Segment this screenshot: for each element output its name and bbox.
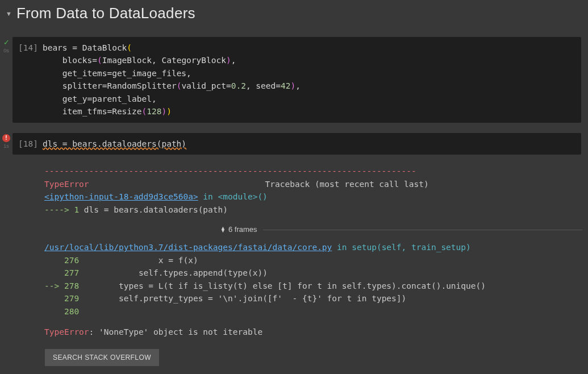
error-icon: !	[2, 134, 10, 142]
success-icon: ✓	[3, 38, 10, 47]
frames-count: 6 frames	[228, 224, 257, 235]
section-title: From Data to DataLoaders	[16, 5, 195, 22]
chevron-updown-icon: ▲▼	[220, 227, 226, 232]
cell-gutter: ✓ 0s	[0, 37, 12, 53]
expand-frames-button[interactable]: ▲▼ 6 frames	[220, 224, 257, 235]
code-input[interactable]: [18] dls = bears.dataloaders(path)	[12, 133, 581, 155]
code-cell-14: ✓ 0s [14] bears = DataBlock( blocks=(Ima…	[0, 37, 581, 123]
traceback-source-lines: 276 x = f(x) 277 self.types.append(type(…	[44, 254, 582, 318]
execution-count: [18]	[18, 138, 38, 150]
traceback-line: 277 self.types.append(type(x))	[44, 267, 582, 279]
code-text: dls = bears.dataloaders(path)	[43, 138, 186, 150]
traceback-line: 279 self.pretty_types = '\n'.join([f' - …	[44, 292, 582, 305]
traceback-separator: ----------------------------------------…	[44, 165, 582, 177]
cell-output: ----------------------------------------…	[12, 155, 588, 371]
traceback-line: --> 278 types = L(t if is_listy(t) else …	[44, 280, 582, 292]
frames-divider: ▲▼ 6 frames	[44, 224, 582, 235]
elapsed-time: 0s	[3, 48, 9, 53]
code-cell-18: ! 1s [18] dls = bears.dataloaders(path)	[0, 133, 581, 155]
execution-count: [14]	[18, 41, 38, 118]
traceback-header: TypeErrorTraceback (most recent call las…	[44, 178, 582, 190]
traceback-top-frame: <ipython-input-18-add9d3ce560a> in <modu…	[44, 190, 582, 203]
ipython-input-link[interactable]: <ipython-input-18-add9d3ce560a>	[44, 192, 198, 201]
traceback-final: TypeError: 'NoneType' object is not iter…	[44, 326, 582, 338]
source-file-link[interactable]: /usr/local/lib/python3.7/dist-packages/f…	[44, 243, 332, 252]
code-input[interactable]: [14] bears = DataBlock( blocks=(ImageBlo…	[12, 37, 581, 123]
traceback-line: 276 x = f(x)	[44, 254, 582, 267]
cell-gutter: ! 1s	[0, 133, 12, 149]
traceback-top-line: ----> 1 dls = bears.dataloaders(path)	[44, 203, 582, 216]
section-header: ▼ From Data to DataLoaders	[0, 0, 588, 27]
elapsed-time: 1s	[3, 143, 9, 149]
traceback-line: 280	[44, 305, 582, 318]
collapse-section-icon[interactable]: ▼	[6, 10, 12, 17]
traceback-file-frame: /usr/local/lib/python3.7/dist-packages/f…	[44, 241, 582, 254]
code-text: bears = DataBlock( blocks=(ImageBlock, C…	[43, 41, 301, 118]
search-stack-overflow-button[interactable]: SEARCH STACK OVERFLOW	[45, 349, 159, 366]
